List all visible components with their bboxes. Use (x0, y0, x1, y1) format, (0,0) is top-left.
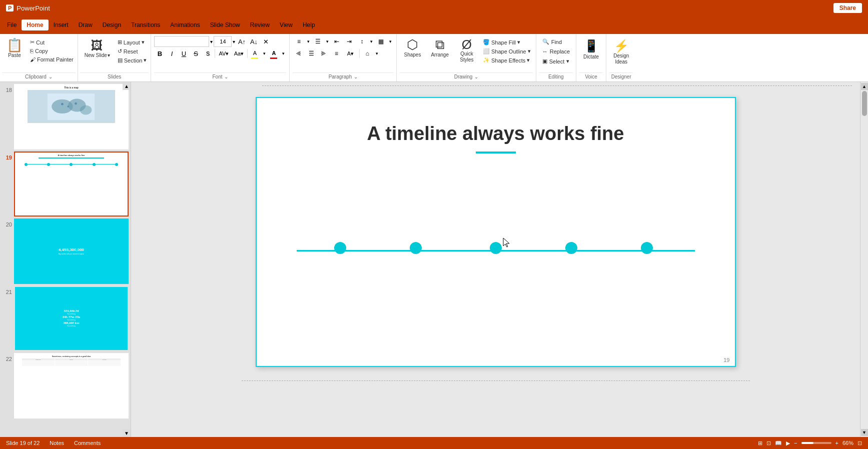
shape-fill-dropdown[interactable]: ▾ (517, 39, 520, 46)
cut-button[interactable]: ✂ Cut (28, 38, 76, 46)
char-spacing-button[interactable]: AV▾ (217, 48, 231, 59)
font-family-dropdown-icon[interactable]: ▾ (210, 39, 213, 44)
quick-styles-button[interactable]: Ø QuickStyles (455, 36, 479, 65)
format-painter-button[interactable]: 🖌 Format Painter (28, 56, 76, 64)
font-color-dropdown-icon[interactable]: ▾ (280, 48, 286, 59)
clipboard-expand-icon[interactable]: ⌄ (49, 74, 53, 80)
increase-indent-button[interactable]: ⇥ (343, 36, 355, 47)
menu-item-animations[interactable]: Animations (165, 20, 205, 30)
dictate-button[interactable]: 📱 Dictate (579, 37, 603, 62)
layout-button[interactable]: ⊞ Layout ▾ (116, 38, 149, 46)
right-scrollbar[interactable]: ▲ ▼ (860, 82, 868, 437)
slideshow-icon[interactable]: ▶ (786, 440, 790, 446)
menu-item-insert[interactable]: Insert (49, 20, 74, 30)
text-direction-button[interactable]: A▾ (343, 48, 358, 59)
highlight-dropdown-icon[interactable]: ▾ (261, 48, 267, 59)
shape-outline-button[interactable]: ⬜ Shape Outline ▾ (481, 47, 533, 56)
replace-button[interactable]: ↔ Replace (539, 47, 573, 56)
line-spacing-dropdown[interactable]: ▾ (368, 36, 374, 47)
align-left-button[interactable]: ⫷ (293, 48, 305, 59)
font-color-button[interactable]: A (268, 48, 279, 58)
line-spacing-button[interactable]: ↕ (356, 36, 368, 47)
new-slide-dropdown-icon[interactable]: ▾ (108, 52, 110, 58)
numbering-dropdown[interactable]: ▾ (324, 36, 330, 47)
shape-outline-dropdown[interactable]: ▾ (528, 48, 531, 54)
menu-item-view[interactable]: View (275, 20, 298, 30)
scroll-down-btn[interactable]: ▼ (861, 429, 868, 436)
shape-effects-button[interactable]: ✨ Shape Effects ▾ (481, 56, 533, 64)
slide-thumb-22[interactable]: Sometimes, reviewing concepts is a good … (14, 353, 129, 418)
bullets-button[interactable]: ≡ (293, 36, 305, 47)
new-slide-button[interactable]: 🖼 New Slide ▾ (80, 36, 115, 60)
convert-smartart-dropdown[interactable]: ▾ (374, 48, 380, 59)
find-button[interactable]: 🔍 Find (539, 37, 573, 46)
share-button[interactable]: Share (833, 3, 862, 13)
shape-effects-dropdown[interactable]: ▾ (527, 57, 530, 64)
slide-thumb-20[interactable]: 4,498,300,000 Big number with you notice… (14, 218, 129, 284)
menu-item-transitions[interactable]: Transitions (126, 20, 165, 30)
notes-button[interactable]: Notes (50, 440, 64, 446)
slide-thumb-19[interactable]: A timeline always works fine (14, 152, 129, 217)
zoom-out-icon[interactable]: − (794, 440, 797, 446)
menu-item-review[interactable]: Review (245, 20, 275, 30)
section-button[interactable]: ▤ Section ▾ (116, 56, 149, 64)
italic-button[interactable]: I (166, 48, 177, 59)
justify-button[interactable]: ≡ (330, 48, 342, 59)
shape-fill-button[interactable]: 🪣 Shape Fill ▾ (481, 38, 533, 46)
arrange-icon: ⧉ (435, 38, 445, 51)
ribbon-group-clipboard: 📋 Paste ✂ Cut ⎘ Copy 🖌 Format Painter C (0, 34, 78, 82)
scroll-down-button[interactable]: ▼ (123, 429, 131, 437)
bold-button[interactable]: B (154, 48, 165, 59)
scroll-up-button[interactable]: ▲ (123, 82, 131, 90)
shadow-button[interactable]: S (202, 48, 213, 59)
align-right-button[interactable]: ⫸ (318, 48, 330, 59)
menu-item-slideshow[interactable]: Slide Show (205, 20, 245, 30)
select-dropdown[interactable]: ▾ (566, 58, 569, 64)
menu-item-design[interactable]: Design (98, 20, 126, 30)
font-family-input[interactable] (154, 36, 209, 47)
scroll-up-btn[interactable]: ▲ (861, 83, 868, 90)
fit-slide-icon[interactable]: ⊡ (857, 440, 862, 446)
font-size-input[interactable] (214, 36, 232, 47)
reading-view-icon[interactable]: 📖 (775, 440, 782, 446)
comments-button[interactable]: Comments (74, 440, 101, 446)
clear-formatting-button[interactable]: ✕ (260, 36, 271, 47)
menu-item-file[interactable]: File (2, 20, 22, 30)
smartart-button[interactable]: ⌂ (361, 48, 373, 59)
menu-item-help[interactable]: Help (298, 20, 320, 30)
reset-button[interactable]: ↺ Reset (116, 47, 149, 56)
strikethrough-button[interactable]: S (190, 48, 201, 59)
slide-thumb-21[interactable]: 333,000.00 Something 24h 37m 23s Somethi… (14, 286, 129, 352)
slide-sorter-icon[interactable]: ⊡ (766, 440, 771, 446)
increase-font-size-button[interactable]: A↑ (236, 36, 247, 47)
drawing-expand-icon[interactable]: ⌄ (474, 74, 478, 80)
copy-button[interactable]: ⎘ Copy (28, 47, 76, 55)
menu-item-draw[interactable]: Draw (74, 20, 98, 30)
decrease-indent-button[interactable]: ⇤ (331, 36, 343, 47)
numbering-button[interactable]: ☰ (312, 36, 324, 47)
normal-view-icon[interactable]: ⊞ (758, 440, 762, 446)
change-case-button[interactable]: Aa▾ (232, 48, 246, 59)
zoom-in-icon[interactable]: + (835, 440, 838, 446)
decrease-font-size-button[interactable]: A↓ (248, 36, 259, 47)
paste-button[interactable]: 📋 Paste (2, 36, 27, 60)
shapes-button[interactable]: ⬡ Shapes (400, 36, 425, 60)
shape-outline-icon: ⬜ (483, 48, 490, 54)
select-button[interactable]: ▣ Select ▾ (539, 56, 573, 66)
font-size-dropdown-icon[interactable]: ▾ (233, 39, 235, 44)
design-ideas-button[interactable]: ⚡ DesignIdeas (609, 37, 633, 67)
paragraph-expand-icon[interactable]: ⌄ (354, 74, 358, 80)
font-expand-icon[interactable]: ⌄ (224, 74, 228, 80)
menu-item-home[interactable]: Home (22, 20, 48, 30)
underline-button[interactable]: U (178, 48, 189, 59)
columns-dropdown[interactable]: ▾ (387, 36, 393, 47)
zoom-slider[interactable] (801, 442, 831, 444)
align-center-button[interactable]: ☰ (305, 48, 317, 59)
slide-thumb-18[interactable]: This is a map (14, 84, 129, 150)
columns-button[interactable]: ▦ (375, 36, 387, 47)
scroll-thumb[interactable] (862, 91, 867, 116)
slide-canvas[interactable]: A timeline always works fine 19 (256, 97, 736, 367)
bullets-dropdown[interactable]: ▾ (305, 36, 311, 47)
arrange-button[interactable]: ⧉ Arrange (427, 36, 453, 60)
highlight-color-button[interactable]: A (249, 48, 260, 58)
